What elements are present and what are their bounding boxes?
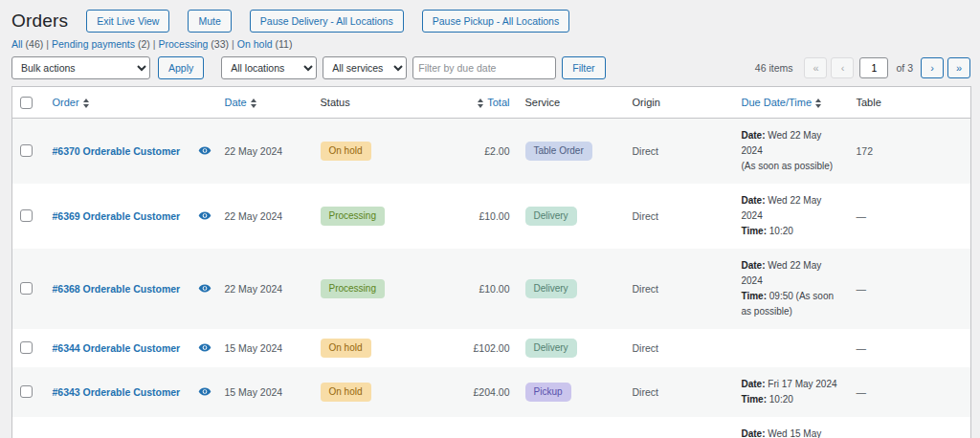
view-filter-all[interactable]: All (46) <box>11 38 43 50</box>
due-date-line: (As soon as possible) <box>742 159 841 174</box>
status-badge: On hold <box>321 339 371 358</box>
view-filter-count: (46) <box>26 38 44 50</box>
date-cell: 22 May 2024 <box>217 118 313 184</box>
order-cell: #6343 Orderable Customer <box>45 367 190 417</box>
preview-eye-icon[interactable] <box>198 146 212 155</box>
order-link[interactable]: #6344 Orderable Customer <box>53 342 181 354</box>
current-page-input[interactable] <box>859 57 888 78</box>
row-checkbox[interactable] <box>20 341 33 354</box>
date-cell: 15 May 2024 <box>217 417 313 438</box>
order-cell: #6369 Orderable Customer <box>45 184 190 249</box>
bulk-actions-bar: Bulk actions Apply All locations All ser… <box>11 56 606 79</box>
pause-pickup-all-locations-button[interactable]: Pause Pickup - All Locations <box>422 10 570 33</box>
view-filter-separator: | <box>232 38 234 50</box>
column-header-total[interactable]: Total <box>466 87 518 119</box>
column-header-service: Service <box>518 87 625 119</box>
origin-cell: Direct <box>625 417 734 438</box>
column-header-status: Status <box>313 87 466 119</box>
row-checkbox[interactable] <box>20 385 33 398</box>
column-header-due-date-time[interactable]: Due Date/Time <box>734 87 849 119</box>
select-all-checkbox[interactable] <box>20 97 33 109</box>
locations-select[interactable]: All locations <box>221 56 317 79</box>
table-number-cell: — <box>849 184 971 249</box>
status-badge: On hold <box>321 383 371 402</box>
column-header-eye <box>190 87 217 119</box>
due-date-line: Date: Wed 15 May 2024 <box>742 427 841 438</box>
next-page-button[interactable]: › <box>921 57 944 78</box>
table-number-cell: — <box>849 417 971 438</box>
status-cell: On hold <box>313 118 466 184</box>
column-header-order[interactable]: Order <box>45 87 190 119</box>
preview-eye-icon[interactable] <box>198 343 212 352</box>
preview-cell[interactable] <box>190 118 217 184</box>
due-date-cell <box>734 329 849 367</box>
table-number-cell: — <box>849 367 971 417</box>
preview-cell[interactable] <box>190 329 217 367</box>
preview-eye-icon[interactable] <box>198 211 212 220</box>
service-badge: Delivery <box>525 339 577 358</box>
row-checkbox[interactable] <box>20 144 33 157</box>
status-cell: On hold <box>313 329 466 367</box>
due-date-cell: Date: Wed 22 May 2024(As soon as possibl… <box>734 118 849 184</box>
status-cell: Processing <box>313 417 466 438</box>
order-link[interactable]: #6370 Orderable Customer <box>53 145 181 157</box>
preview-eye-icon[interactable] <box>198 284 212 293</box>
pause-delivery-all-locations-button[interactable]: Pause Delivery - All Locations <box>250 10 404 33</box>
order-cell: #6342 Orderable Customer <box>45 417 190 438</box>
last-page-button[interactable]: » <box>947 57 970 78</box>
order-link[interactable]: #6343 Orderable Customer <box>53 386 181 398</box>
column-label: Date <box>225 97 247 108</box>
prev-page-button[interactable]: ‹ <box>831 57 854 78</box>
service-cell: Delivery <box>518 184 625 249</box>
service-cell: Delivery <box>518 417 625 438</box>
date-cell: 22 May 2024 <box>217 249 313 329</box>
status-badge: Processing <box>321 207 385 226</box>
column-header-date[interactable]: Date <box>217 87 313 119</box>
preview-cell[interactable] <box>190 249 217 329</box>
mute-button[interactable]: Mute <box>188 10 231 33</box>
apply-button[interactable]: Apply <box>158 56 204 79</box>
preview-eye-icon[interactable] <box>198 387 212 396</box>
bulk-actions-select[interactable]: Bulk actions <box>11 56 150 79</box>
table-number-cell: — <box>849 329 971 367</box>
row-select-cell <box>12 249 45 329</box>
service-cell: Table Order <box>518 118 625 184</box>
page-header: Orders Exit Live ViewMutePause Delivery … <box>11 10 970 33</box>
origin-cell: Direct <box>625 249 734 329</box>
order-row-6344: #6344 Orderable Customer15 May 2024On ho… <box>12 329 971 367</box>
exit-live-view-button[interactable]: Exit Live View <box>86 10 169 33</box>
order-link[interactable]: #6368 Orderable Customer <box>53 283 181 295</box>
services-select[interactable]: All services <box>323 56 407 79</box>
status-badge: Processing <box>321 279 385 298</box>
view-filters: All (46)|Pending payments (2)|Processing… <box>11 38 970 50</box>
row-checkbox[interactable] <box>20 209 33 222</box>
status-cell: Processing <box>313 184 466 249</box>
preview-cell[interactable] <box>190 367 217 417</box>
order-cell: #6368 Orderable Customer <box>45 249 190 329</box>
due-date-line: Date: Wed 22 May 2024 <box>742 128 841 159</box>
table-body: #6370 Orderable Customer22 May 2024On ho… <box>12 118 971 438</box>
preview-cell[interactable] <box>190 184 217 249</box>
view-filter-pending-payments[interactable]: Pending payments (2) <box>52 38 150 50</box>
preview-cell[interactable] <box>190 417 217 438</box>
row-checkbox[interactable] <box>20 282 33 295</box>
order-cell: #6370 Orderable Customer <box>45 118 190 184</box>
service-cell: Delivery <box>518 249 625 329</box>
service-badge: Table Order <box>525 142 592 161</box>
column-header-table: Table <box>849 87 971 119</box>
total-cell: £204.00 <box>466 367 518 417</box>
row-select-cell <box>12 184 45 249</box>
pagination: 46 items « ‹ of 3 › » <box>755 57 970 78</box>
due-date-filter-input[interactable] <box>412 56 556 79</box>
due-date-line: Date: Fri 17 May 2024 <box>742 377 841 392</box>
first-page-button[interactable]: « <box>804 57 827 78</box>
service-badge: Pickup <box>525 383 571 402</box>
order-row-6370: #6370 Orderable Customer22 May 2024On ho… <box>12 118 971 184</box>
total-cell: £10.00 <box>466 249 518 329</box>
items-count: 46 items <box>755 62 793 74</box>
view-filter-on-hold[interactable]: On hold (11) <box>237 38 293 50</box>
tablenav-top: Bulk actions Apply All locations All ser… <box>11 56 970 79</box>
order-link[interactable]: #6369 Orderable Customer <box>53 210 181 222</box>
view-filter-processing[interactable]: Processing (33) <box>159 38 230 50</box>
filter-button[interactable]: Filter <box>562 56 605 79</box>
